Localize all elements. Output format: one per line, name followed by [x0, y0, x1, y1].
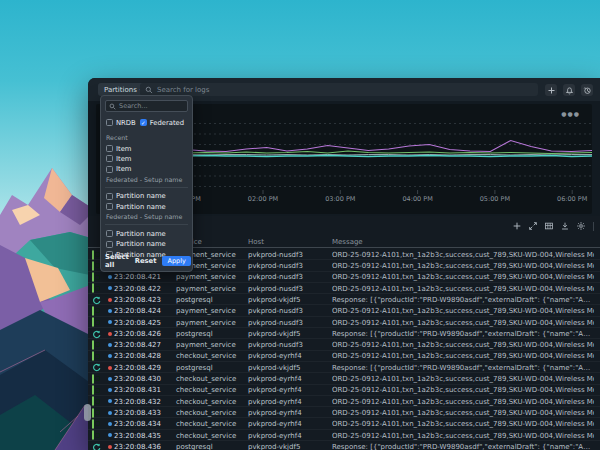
status-dot-blue: [108, 354, 112, 358]
partition-type-option[interactable]: NRDB: [106, 119, 136, 127]
scrollbar-thumb[interactable]: [84, 404, 91, 421]
status-dot-blue: [108, 286, 112, 290]
table-row[interactable]: 23:20:08.427payment_servicepvkprod-nusdf…: [88, 339, 600, 350]
partition-option[interactable]: Partition name: [106, 193, 188, 200]
dropdown-search-placeholder: Search...: [119, 102, 148, 110]
partition-option[interactable]: Item: [106, 145, 188, 152]
log-message: Response: [{"productId":"PRD-W9890asdf",…: [332, 364, 594, 372]
checkbox-checked[interactable]: ✓: [140, 119, 147, 126]
reset-link[interactable]: Reset: [135, 257, 157, 265]
partition-option[interactable]: Partition name: [106, 203, 188, 210]
container-icon: [92, 397, 101, 406]
table-row[interactable]: 23:20:08.428checkout_servicepvkprod-eyrh…: [88, 351, 600, 362]
dropdown-search-input[interactable]: Search...: [105, 100, 188, 112]
log-message: ORD-25-0912-A101,txn_1a2b3c,success,cust…: [332, 375, 594, 383]
table-columns-icon: [544, 221, 554, 231]
table-row[interactable]: 23:20:08.423postgresqlpvkprod-vkjdf5Resp…: [88, 294, 600, 305]
table-expand-button[interactable]: [527, 221, 538, 232]
checkbox-unchecked[interactable]: [106, 166, 113, 173]
postgres-refresh-icon: [92, 443, 101, 450]
partition-option[interactable]: Partition name: [106, 230, 188, 237]
log-service: checkout_service: [176, 432, 236, 440]
checkbox-unchecked[interactable]: [106, 119, 113, 126]
table-row[interactable]: 23:20:08.429postgresqlpvkprod-vkjdf5Resp…: [88, 362, 600, 373]
table-toolbar: [511, 220, 594, 232]
desktop: Partitions ▾ Search for logs: [0, 0, 600, 450]
log-message: ORD-25-0912-A101,txn_1a2b3c,success,cust…: [332, 273, 594, 281]
x-axis-tick-label: 04:00 PM: [402, 195, 432, 203]
table-row[interactable]: 23:20:08.431checkout_servicepvkprod-eyrh…: [88, 385, 600, 396]
checkbox-unchecked[interactable]: [106, 230, 113, 237]
checkbox-unchecked[interactable]: [106, 203, 113, 210]
log-message: ORD-25-0912-A101,txn_1a2b3c,success,cust…: [332, 432, 594, 440]
status-dot-blue: [108, 411, 112, 415]
container-icon: [92, 318, 101, 327]
divider: [105, 187, 188, 188]
container-icon: [92, 420, 101, 429]
apply-button[interactable]: Apply: [162, 256, 190, 266]
log-message: ORD-25-0912-A101,txn_1a2b3c,success,cust…: [332, 319, 594, 327]
log-message: ORD-25-0912-A101,txn_1a2b3c,success,cust…: [332, 262, 594, 270]
chart-menu-ellipsis-icon[interactable]: ●●●: [561, 111, 580, 117]
notifications-button[interactable]: [563, 84, 575, 96]
table-row[interactable]: 23:20:08.422payment_servicepvkprod-nusdf…: [88, 283, 600, 294]
section-header: Federated - Setup name: [106, 213, 188, 220]
checkbox-unchecked[interactable]: [106, 241, 113, 248]
log-message: ORD-25-0912-A101,txn_1a2b3c,success,cust…: [332, 285, 594, 293]
table-row[interactable]: 23:20:08.433checkout_servicepvkprod-eyrh…: [88, 407, 600, 418]
table-row[interactable]: 23:20:08.435checkout_servicepvkprod-eyrh…: [88, 430, 600, 441]
partition-type-option[interactable]: ✓Federated: [140, 119, 184, 127]
partition-option[interactable]: Partition name: [106, 241, 188, 248]
table-row[interactable]: 23:20:08.421payment_servicepvkprod-nusdf…: [88, 272, 600, 283]
table-row[interactable]: 23:20:08.424payment_servicepvkprod-nusdf…: [88, 305, 600, 316]
log-message: ORD-25-0912-A101,txn_1a2b3c,success,cust…: [332, 409, 594, 417]
table-row[interactable]: 23:20:08.425payment_servicepvkprod-nusdf…: [88, 317, 600, 328]
partition-option[interactable]: Item: [106, 166, 188, 173]
time-history-button[interactable]: [581, 84, 593, 96]
log-timestamp: 23:20:08.430: [114, 375, 161, 383]
checkbox-unchecked[interactable]: [106, 193, 113, 200]
log-host: pvkprod-eyrhf4: [248, 398, 302, 406]
log-message: Response: [{"productId":"PRD-W9890asdf",…: [332, 443, 594, 450]
table-row[interactable]: 23:20:08.426postgresqlpvkprod-vkjdf5Resp…: [88, 328, 600, 339]
log-host: pvkprod-vkjdf5: [248, 296, 300, 304]
log-service: payment_service: [176, 307, 236, 315]
partition-type-options: NRDB✓Federated: [106, 118, 188, 127]
table-add-button[interactable]: [511, 221, 522, 232]
table-row[interactable]: 23:20:08.436postgresqlpvkprod-vkjdf5Resp…: [88, 441, 600, 450]
table-download-button[interactable]: [559, 221, 570, 232]
log-host: pvkprod-eyrhf4: [248, 420, 302, 428]
download-icon: [560, 221, 570, 231]
table-row[interactable]: 23:20:08.432checkout_servicepvkprod-eyrh…: [88, 396, 600, 407]
select-all-link[interactable]: Select all: [105, 253, 129, 269]
partitions-button-label: Partitions: [104, 86, 137, 94]
log-service: postgresql: [176, 296, 213, 304]
partition-option-label: Partition name: [116, 240, 166, 248]
section-header: Federated - Setup name: [106, 176, 188, 183]
status-dot-blue: [108, 399, 112, 403]
partition-option[interactable]: Item: [106, 155, 188, 162]
logs-search-input[interactable]: Search for logs: [140, 83, 538, 96]
log-timestamp: 23:20:08.436: [114, 443, 161, 450]
log-message: Response: [{"productId":"PRD-W9890asdf",…: [332, 296, 594, 304]
log-host: pvkprod-nusdf3: [248, 285, 303, 293]
column-header-message[interactable]: Message: [332, 238, 363, 246]
table-row[interactable]: 23:20:08.430checkout_servicepvkprod-eyrh…: [88, 373, 600, 384]
log-service: postgresql: [176, 330, 213, 338]
table-columns-button[interactable]: [543, 221, 554, 232]
expand-icon: [528, 221, 538, 231]
log-host: pvkprod-eyrhf4: [248, 409, 302, 417]
checkbox-unchecked[interactable]: [106, 155, 113, 162]
column-header-host[interactable]: Host: [248, 238, 264, 246]
table-row[interactable]: 23:20:08.434checkout_servicepvkprod-eyrh…: [88, 418, 600, 429]
log-host: pvkprod-nusdf3: [248, 251, 303, 259]
x-axis-tick-label: 02:00 PM: [248, 195, 278, 203]
log-message: ORD-25-0912-A101,txn_1a2b3c,success,cust…: [332, 420, 594, 428]
partition-sections: RecentItemItemItemFederated - Setup name…: [105, 134, 188, 258]
table-settings-button[interactable]: [575, 221, 586, 232]
checkbox-unchecked[interactable]: [106, 145, 113, 152]
add-button[interactable]: [545, 84, 557, 96]
log-host: pvkprod-eyrhf4: [248, 432, 302, 440]
status-dot-blue: [108, 433, 112, 437]
status-dot-blue: [108, 320, 112, 324]
